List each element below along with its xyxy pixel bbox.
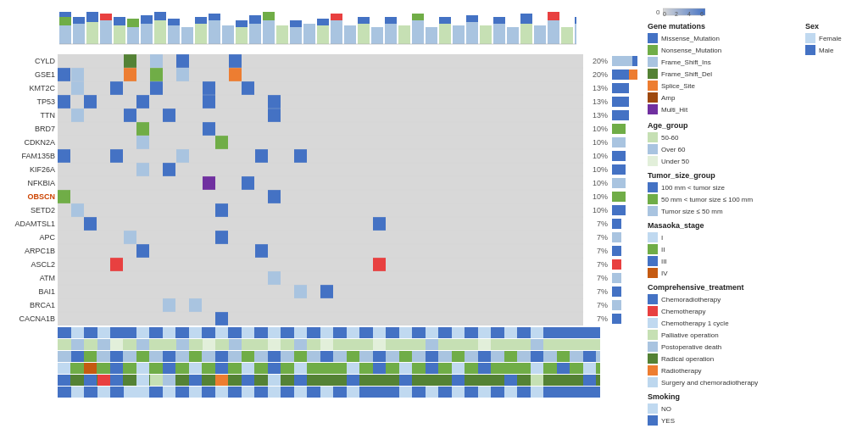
svg-rect-22 (181, 27, 193, 44)
svg-rect-83 (150, 81, 163, 95)
svg-rect-218 (320, 351, 333, 362)
svg-rect-47 (385, 17, 397, 24)
svg-rect-153 (612, 110, 629, 120)
smoke-no-swatch (648, 403, 658, 414)
male-swatch (805, 45, 815, 55)
gene-labels: CYLD GSE1 KMT2C TP53 TTN BRD7 CDKN2A FAM… (0, 54, 58, 326)
svg-rect-3 (59, 25, 71, 44)
svg-rect-6 (73, 24, 85, 44)
svg-rect-23 (195, 24, 207, 44)
treatment-title: Comprehensive_treatment (648, 283, 865, 292)
svg-rect-123 (163, 298, 175, 312)
svg-rect-156 (612, 151, 626, 161)
svg-rect-191 (71, 339, 84, 350)
svg-rect-73 (176, 54, 189, 68)
svg-rect-222 (426, 351, 438, 362)
percent-value: 7% (583, 298, 610, 312)
svg-rect-102 (255, 149, 268, 163)
gene-label: CACNA1B (0, 312, 58, 326)
svg-rect-46 (385, 24, 397, 44)
female-label: Female (819, 35, 842, 42)
freq-bars (610, 54, 644, 326)
svg-rect-154 (612, 124, 626, 134)
svg-rect-65 (548, 12, 559, 20)
svg-rect-57 (480, 25, 492, 44)
percent-value: 7% (583, 271, 610, 285)
svg-rect-194 (136, 339, 149, 350)
svg-rect-108 (58, 190, 70, 203)
svg-rect-181 (347, 327, 359, 338)
percent-value: 7% (583, 312, 610, 326)
svg-rect-50 (412, 14, 424, 20)
svg-rect-59 (493, 17, 505, 24)
percent-value: 7% (583, 231, 610, 244)
svg-rect-177 (242, 327, 254, 338)
masaoka-title: Masaoka_stage (648, 221, 865, 230)
svg-rect-171 (71, 327, 84, 338)
svg-rect-36 (290, 20, 302, 27)
svg-rect-16 (141, 24, 153, 44)
splice-label: Splice_Site (661, 82, 695, 90)
svg-rect-268 (373, 375, 386, 386)
svg-rect-85 (242, 81, 254, 95)
svg-rect-279 (71, 387, 84, 398)
percent-value: 20% (583, 68, 610, 81)
svg-rect-63 (534, 25, 546, 44)
svg-rect-249 (531, 363, 543, 374)
legend-area: 0 0 2 4 6 Gene mutations (644, 0, 868, 434)
svg-rect-284 (189, 387, 202, 398)
legend-item-under50: Under 50 (648, 156, 865, 166)
svg-rect-96 (203, 122, 215, 136)
svg-rect-276 (583, 375, 596, 386)
svg-rect-239 (268, 363, 281, 374)
svg-rect-183 (399, 327, 412, 338)
legend-item-tumor-50: Tumor size ≤ 50 mm (648, 206, 865, 216)
svg-rect-7 (73, 17, 85, 24)
svg-rect-271 (452, 375, 465, 386)
legend-item-chemo1cycle: Chemotherapy 1 cycle (648, 318, 865, 328)
percent-value: 13% (583, 81, 610, 95)
svg-rect-269 (399, 375, 412, 386)
legend-item-masaoka-iv: IV (648, 268, 865, 278)
svg-rect-208 (71, 351, 84, 362)
svg-rect-175 (189, 327, 202, 338)
svg-rect-53 (439, 17, 451, 24)
svg-rect-261 (189, 375, 202, 386)
svg-rect-250 (557, 363, 570, 374)
smoking-legend: Smoking NO YES (648, 392, 865, 426)
svg-rect-75 (58, 68, 70, 81)
percent-value: 7% (583, 217, 610, 231)
sex-legend: Sex Female Male (805, 22, 865, 116)
percent-value: 7% (583, 258, 610, 271)
svg-rect-152 (612, 97, 629, 107)
masaoka-i-label: I (661, 234, 663, 242)
svg-rect-110 (71, 203, 84, 217)
svg-rect-225 (504, 351, 517, 362)
svg-rect-246 (452, 363, 465, 374)
svg-rect-289 (320, 387, 333, 398)
percent-value: 13% (583, 108, 610, 122)
svg-rect-254 (58, 375, 70, 386)
tumor-50-100-swatch (648, 194, 658, 204)
svg-rect-113 (373, 217, 386, 231)
svg-rect-163 (612, 246, 621, 256)
svg-rect-87 (84, 95, 97, 108)
svg-rect-173 (136, 327, 149, 338)
legend-item-tumor-50-100: 50 mm < tumor size ≤ 100 mm (648, 194, 865, 204)
legend-item-chemo: Chemotherapy (648, 306, 865, 316)
gene-label: BAI1 (0, 285, 58, 298)
svg-rect-215 (242, 351, 254, 362)
masaoka-ii-swatch (648, 244, 658, 254)
svg-rect-231 (58, 363, 70, 374)
svg-rect-92 (124, 108, 136, 122)
svg-rect-265 (294, 375, 307, 386)
age-50-60-swatch (648, 132, 658, 142)
svg-rect-25 (209, 20, 220, 44)
nonsense-label: Nonsense_Mutation (661, 47, 721, 54)
smoke-yes-swatch (648, 415, 658, 426)
svg-rect-172 (97, 327, 110, 338)
svg-rect-260 (163, 375, 175, 386)
svg-rect-13 (114, 17, 125, 25)
svg-rect-10 (100, 20, 112, 44)
svg-rect-151 (612, 83, 629, 93)
